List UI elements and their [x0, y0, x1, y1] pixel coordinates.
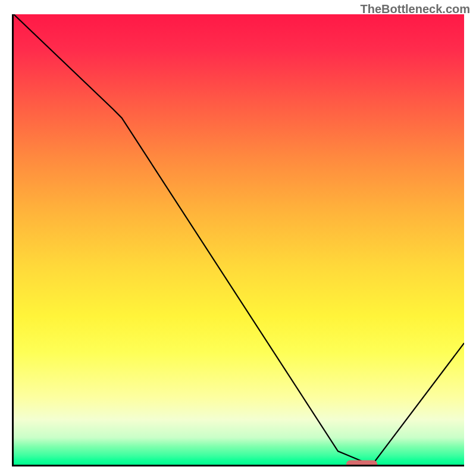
plot-area [12, 14, 464, 466]
chart-container: TheBottleneck.com [0, 0, 476, 476]
bottleneck-curve [14, 14, 464, 465]
optimal-marker [346, 461, 377, 466]
attribution-label: TheBottleneck.com [361, 2, 470, 16]
